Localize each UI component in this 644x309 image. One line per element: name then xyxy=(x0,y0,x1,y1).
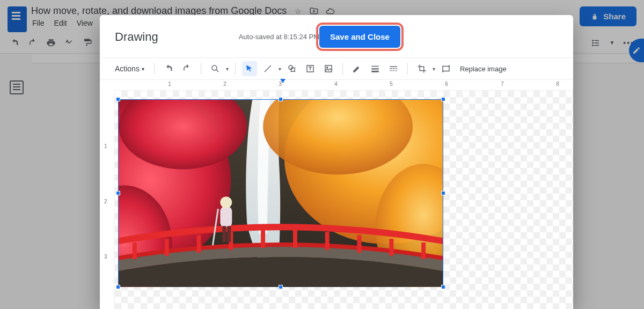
resize-handle[interactable] xyxy=(279,285,283,289)
reset-image-icon[interactable] xyxy=(438,61,453,76)
svg-rect-45 xyxy=(227,226,231,242)
paint-format-icon[interactable] xyxy=(83,38,92,48)
drawing-horizontal-ruler: 1 2 3 4 5 6 7 8 xyxy=(115,80,573,91)
ruler-marker-icon[interactable] xyxy=(280,79,286,83)
cloud-status-icon[interactable] xyxy=(325,6,335,16)
svg-rect-10 xyxy=(325,65,332,72)
crop-icon[interactable] xyxy=(414,61,429,76)
svg-rect-1 xyxy=(595,40,599,41)
outline-icon[interactable] xyxy=(10,80,24,94)
menu-edit[interactable]: Edit xyxy=(54,19,67,27)
textbox-tool-icon[interactable] xyxy=(303,61,318,76)
svg-rect-3 xyxy=(595,42,599,43)
svg-point-4 xyxy=(592,45,594,46)
drawing-dialog: Drawing Auto-saved at 8:15:24 PM Save an… xyxy=(100,15,573,309)
zoom-icon[interactable] xyxy=(208,61,223,76)
resize-handle[interactable] xyxy=(441,97,445,101)
shape-tool-icon[interactable] xyxy=(284,61,299,76)
svg-rect-20 xyxy=(391,70,392,71)
border-dash-icon[interactable] xyxy=(386,61,401,76)
actions-menu[interactable]: Actions▾ xyxy=(112,62,148,75)
bullet-list-icon[interactable] xyxy=(591,38,601,48)
star-icon[interactable]: ☆ xyxy=(293,6,303,16)
undo-icon[interactable] xyxy=(161,61,176,76)
svg-point-6 xyxy=(212,65,217,70)
svg-rect-24 xyxy=(443,67,449,71)
line-dropdown-icon[interactable]: ▾ xyxy=(279,66,281,72)
docs-logo-icon[interactable] xyxy=(8,6,27,32)
svg-rect-5 xyxy=(595,45,599,46)
dialog-title: Drawing xyxy=(115,30,158,44)
svg-point-2 xyxy=(592,42,594,43)
zoom-dropdown-icon[interactable]: ▾ xyxy=(226,66,229,72)
svg-point-43 xyxy=(220,196,232,208)
share-button[interactable]: Share xyxy=(580,6,636,26)
move-to-folder-icon[interactable] xyxy=(309,6,319,16)
svg-rect-14 xyxy=(371,71,379,72)
print-icon[interactable] xyxy=(46,38,56,48)
resize-handle[interactable] xyxy=(441,191,445,195)
redo-icon[interactable] xyxy=(28,38,38,48)
drawing-toolbar: Actions▾ ▾ ▾ ▾ Replace image xyxy=(100,58,573,80)
svg-rect-16 xyxy=(390,68,392,69)
svg-rect-15 xyxy=(390,67,397,68)
spellcheck-icon[interactable] xyxy=(64,38,74,48)
svg-rect-23 xyxy=(396,70,397,71)
resize-handle[interactable] xyxy=(116,191,120,195)
resize-handle[interactable] xyxy=(441,285,445,289)
svg-rect-17 xyxy=(392,68,394,69)
undo-icon[interactable] xyxy=(10,38,19,48)
autumn-waterfall-photo xyxy=(119,100,443,287)
svg-rect-44 xyxy=(222,226,226,242)
image-tool-icon[interactable] xyxy=(321,61,336,76)
svg-point-11 xyxy=(327,67,328,68)
replace-image-button[interactable]: Replace image xyxy=(460,65,507,73)
resize-handle[interactable] xyxy=(116,285,120,289)
svg-rect-18 xyxy=(396,68,397,69)
menu-view[interactable]: View xyxy=(77,19,93,27)
redo-icon[interactable] xyxy=(179,61,194,76)
autosave-status: Auto-saved at 8:15:24 PM xyxy=(239,33,319,41)
selected-image[interactable] xyxy=(118,99,443,287)
svg-rect-19 xyxy=(390,70,391,71)
select-tool-icon[interactable] xyxy=(242,61,257,76)
svg-rect-13 xyxy=(371,68,379,69)
drawing-canvas[interactable] xyxy=(115,91,573,309)
svg-rect-12 xyxy=(371,66,379,67)
mask-dropdown-icon[interactable]: ▾ xyxy=(433,66,435,72)
menu-file[interactable]: File xyxy=(32,19,45,27)
resize-handle[interactable] xyxy=(279,97,283,101)
dropdown-icon[interactable]: ▼ xyxy=(609,40,614,46)
border-weight-icon[interactable] xyxy=(368,61,383,76)
svg-rect-21 xyxy=(393,70,394,71)
line-tool-icon[interactable] xyxy=(260,61,275,76)
border-color-icon[interactable] xyxy=(349,61,364,76)
drawing-vertical-ruler: 1 2 3 xyxy=(100,91,115,309)
resize-handle[interactable] xyxy=(116,97,120,101)
svg-point-0 xyxy=(592,40,594,41)
svg-rect-22 xyxy=(394,70,396,71)
save-and-close-button[interactable]: Save and Close xyxy=(319,26,400,48)
svg-rect-42 xyxy=(220,207,232,227)
